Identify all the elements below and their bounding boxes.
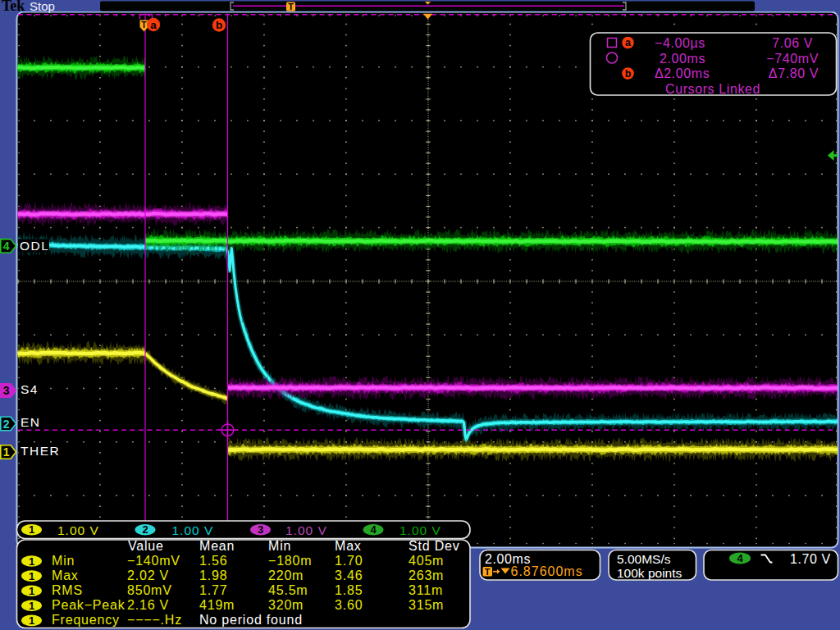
svg-text:Max: Max — [52, 568, 79, 582]
svg-text:263m: 263m — [409, 568, 444, 582]
svg-text:Δ7.80 V: Δ7.80 V — [769, 66, 819, 80]
svg-text:Δ2.00ms: Δ2.00ms — [655, 66, 710, 80]
svg-text:3: 3 — [3, 384, 10, 397]
svg-text:EN: EN — [21, 415, 41, 429]
svg-text:Stop: Stop — [30, 0, 55, 13]
svg-text:5.00MS/s: 5.00MS/s — [617, 552, 671, 566]
svg-text:2: 2 — [142, 523, 148, 536]
svg-text:2.02 V: 2.02 V — [127, 568, 169, 582]
svg-text:7.06 V: 7.06 V — [772, 36, 813, 50]
svg-text:1.70: 1.70 — [335, 554, 363, 568]
svg-text:1: 1 — [29, 523, 34, 536]
svg-text:a: a — [150, 19, 157, 31]
svg-text:No period found: No period found — [199, 613, 303, 627]
svg-text:T: T — [485, 567, 491, 577]
svg-text:RMS: RMS — [52, 583, 83, 597]
svg-text:1.98: 1.98 — [199, 568, 227, 582]
svg-text:−180m: −180m — [268, 554, 312, 568]
svg-text:ODL: ODL — [20, 239, 49, 253]
svg-text:Min: Min — [52, 554, 75, 568]
svg-text:1.00 V: 1.00 V — [57, 523, 99, 537]
svg-text:Peak−Peak: Peak−Peak — [52, 598, 126, 612]
svg-text:419m: 419m — [199, 598, 235, 612]
svg-text:1: 1 — [3, 445, 10, 459]
svg-text:45.5m: 45.5m — [268, 583, 308, 597]
svg-text:Frequency: Frequency — [52, 613, 120, 627]
svg-text:a: a — [625, 37, 632, 48]
svg-text:405m: 405m — [409, 554, 444, 568]
svg-text:3.60: 3.60 — [335, 598, 363, 612]
svg-text:2.00ms: 2.00ms — [660, 52, 705, 66]
svg-text:2.16 V: 2.16 V — [127, 598, 169, 612]
svg-text:Max: Max — [335, 539, 362, 553]
svg-text:−4.00µs: −4.00µs — [655, 36, 705, 50]
svg-text:1.85: 1.85 — [335, 583, 363, 597]
svg-text:T: T — [141, 20, 147, 30]
svg-text:Mean: Mean — [199, 539, 235, 553]
svg-text:6.87600ms: 6.87600ms — [511, 564, 583, 578]
svg-text:Cursors Linked: Cursors Linked — [665, 82, 760, 96]
svg-text:Value: Value — [128, 539, 164, 553]
svg-text:1.00 V: 1.00 V — [285, 523, 327, 537]
svg-text:4: 4 — [737, 552, 743, 564]
svg-text:1: 1 — [29, 585, 34, 597]
svg-text:4: 4 — [370, 523, 377, 536]
svg-text:850mV: 850mV — [127, 583, 172, 597]
svg-text:1.00 V: 1.00 V — [399, 523, 441, 537]
svg-text:320m: 320m — [268, 598, 304, 612]
svg-text:1.56: 1.56 — [199, 554, 227, 568]
svg-text:4: 4 — [3, 240, 10, 253]
svg-text:315m: 315m — [409, 598, 444, 612]
svg-text:b: b — [216, 19, 222, 31]
svg-text:THER: THER — [21, 444, 60, 458]
svg-text:220m: 220m — [268, 568, 304, 582]
svg-text:Min: Min — [268, 539, 291, 553]
svg-text:100k points: 100k points — [617, 566, 682, 580]
svg-text:−140mV: −140mV — [127, 554, 180, 568]
svg-text:−740mV: −740mV — [766, 52, 819, 66]
svg-text:1: 1 — [29, 614, 34, 627]
svg-text:Std Dev: Std Dev — [409, 539, 460, 553]
svg-text:1: 1 — [29, 570, 34, 582]
svg-text:1: 1 — [29, 555, 34, 568]
svg-text:1.70 V: 1.70 V — [790, 552, 831, 566]
svg-text:T: T — [288, 2, 294, 11]
svg-text:2: 2 — [3, 418, 10, 431]
svg-text:1: 1 — [29, 600, 34, 612]
svg-text:Tek: Tek — [2, 0, 25, 14]
svg-text:−−−−.Hz: −−−−.Hz — [127, 613, 182, 627]
svg-text:1.00 V: 1.00 V — [172, 523, 214, 537]
svg-text:b: b — [625, 68, 632, 80]
svg-text:3.46: 3.46 — [335, 568, 363, 582]
svg-text:3: 3 — [258, 523, 263, 536]
svg-text:S4: S4 — [21, 382, 39, 396]
svg-text:1.77: 1.77 — [199, 583, 227, 597]
svg-text:311m: 311m — [409, 583, 443, 597]
